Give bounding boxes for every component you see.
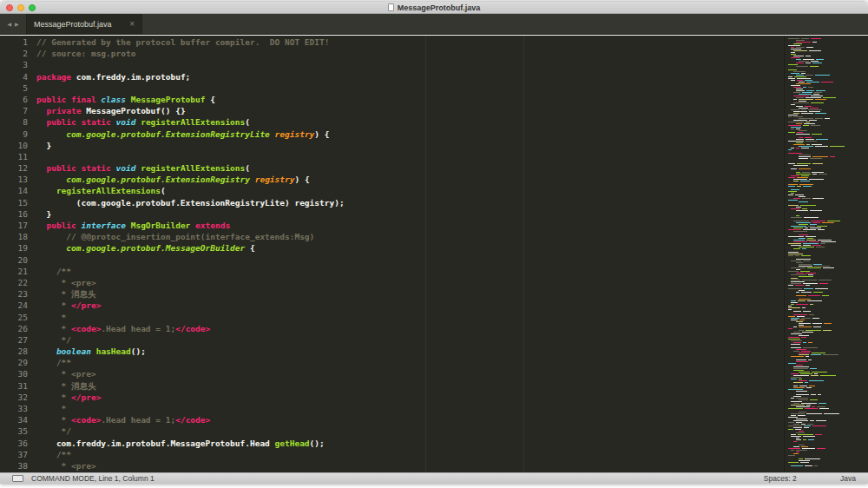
minimap[interactable] [784, 36, 868, 472]
status-mode-text: COMMAND MODE, Line 1, Column 1 [31, 474, 155, 483]
line-number: 12 [0, 162, 36, 174]
status-bar-right: Spaces: 2 Java [722, 474, 856, 483]
code-line[interactable]: 29 /** [0, 357, 783, 368]
code-line[interactable]: 16 } [0, 208, 783, 220]
code-line[interactable]: 7 private MessageProtobuf() {} [0, 105, 783, 116]
code-line[interactable]: 26 * <code>.Head head = 1;</code> [0, 323, 783, 334]
line-number: 27 [0, 334, 36, 346]
status-spaces[interactable]: Spaces: 2 [764, 474, 797, 483]
code-line[interactable]: 32 * </pre> [0, 392, 783, 403]
line-number: 38 [0, 460, 36, 472]
tab-scroll-right-icon[interactable]: ▶ [15, 21, 19, 27]
line-number: 22 [0, 277, 36, 288]
zoom-button[interactable] [29, 4, 36, 11]
line-number: 15 [0, 197, 36, 208]
code-line[interactable]: 21 /** [0, 266, 783, 277]
line-number: 13 [0, 174, 36, 185]
code-line[interactable]: 3 [0, 59, 783, 70]
code-line[interactable]: 5 [0, 82, 783, 94]
app-window: MessageProtobuf.java ◀ ▶ MessageProtobuf… [0, 2, 868, 484]
window-title-text: MessageProtobuf.java [398, 3, 481, 12]
editor: 1// Generated by the protocol buffer com… [0, 36, 868, 472]
code-line[interactable]: 10 } [0, 140, 783, 151]
code-area[interactable]: 1// Generated by the protocol buffer com… [0, 36, 783, 472]
code-line[interactable]: 31 * 消息头 [0, 380, 783, 392]
line-number: 30 [0, 368, 36, 379]
line-number: 6 [0, 94, 36, 105]
code-line[interactable]: 15 (com.google.protobuf.ExtensionRegistr… [0, 197, 783, 208]
code-line[interactable]: 8 public static void registerAllExtensio… [0, 116, 783, 128]
line-number: 23 [0, 288, 36, 300]
status-syntax[interactable]: Java [840, 474, 856, 483]
document-icon [388, 3, 394, 11]
code-line[interactable]: 17 public interface MsgOrBuilder extends [0, 220, 783, 231]
code-line[interactable]: 12 public static void registerAllExtensi… [0, 162, 783, 174]
code-line[interactable]: 23 * 消息头 [0, 288, 783, 300]
tab-label: MessageProtobuf.java [34, 20, 124, 29]
code-line[interactable]: 24 * </pre> [0, 300, 783, 311]
status-bar: COMMAND MODE, Line 1, Column 1 Spaces: 2… [0, 472, 868, 484]
tab-scroll-arrows: ◀ ▶ [0, 14, 26, 34]
code-line[interactable]: 19 com.google.protobuf.MessageOrBuilder … [0, 242, 783, 254]
line-number: 18 [0, 231, 36, 242]
code-line[interactable]: 11 [0, 151, 783, 162]
line-number: 35 [0, 425, 36, 437]
panel-toggle-icon[interactable] [12, 475, 23, 482]
line-number: 25 [0, 312, 36, 323]
code-line[interactable]: 34 * <code>.Head head = 1;</code> [0, 414, 783, 425]
line-number: 2 [0, 48, 36, 59]
line-number: 17 [0, 220, 36, 231]
code-line[interactable]: 25 * [0, 312, 783, 323]
tab-bar: ◀ ▶ MessageProtobuf.java × [0, 14, 868, 35]
code-line[interactable]: 38 * <pre> [0, 460, 783, 472]
window-title: MessageProtobuf.java [388, 3, 481, 12]
line-number: 10 [0, 140, 36, 151]
code-line[interactable]: 14 registerAllExtensions( [0, 185, 783, 196]
code-line[interactable]: 37 /** [0, 449, 783, 460]
code-line[interactable]: 35 */ [0, 425, 783, 437]
code-line[interactable]: 4package com.freddy.im.protobuf; [0, 71, 783, 82]
line-number: 1 [0, 36, 36, 48]
line-number: 28 [0, 346, 36, 357]
line-number: 7 [0, 105, 36, 116]
code-line[interactable]: 1// Generated by the protocol buffer com… [0, 36, 783, 48]
line-number: 21 [0, 266, 36, 277]
line-number: 4 [0, 71, 36, 82]
line-number: 8 [0, 116, 36, 128]
line-number: 33 [0, 403, 36, 414]
line-number: 34 [0, 414, 36, 425]
line-number: 20 [0, 254, 36, 266]
code-line[interactable]: 28 boolean hasHead(); [0, 346, 783, 357]
line-number: 16 [0, 208, 36, 220]
minimize-button[interactable] [17, 4, 24, 11]
code-line[interactable]: 36 com.freddy.im.protobuf.MessageProtobu… [0, 438, 783, 449]
tab-close-icon[interactable]: × [129, 20, 135, 29]
line-number: 26 [0, 323, 36, 334]
line-number: 5 [0, 82, 36, 94]
line-number: 9 [0, 129, 36, 140]
line-number: 11 [0, 151, 36, 162]
code-line[interactable]: 27 */ [0, 334, 783, 346]
close-button[interactable] [6, 4, 13, 11]
minimap-row [788, 467, 868, 469]
code-line[interactable]: 2// source: msg.proto [0, 48, 783, 59]
line-number: 3 [0, 59, 36, 70]
tab-messageprotobuf-java[interactable]: MessageProtobuf.java × [26, 14, 142, 34]
status-bar-left: COMMAND MODE, Line 1, Column 1 [12, 474, 155, 483]
titlebar[interactable]: MessageProtobuf.java [0, 2, 868, 14]
code-line[interactable]: 20 [0, 254, 783, 266]
line-number: 29 [0, 357, 36, 368]
line-number: 37 [0, 449, 36, 460]
code-line[interactable]: 30 * <pre> [0, 368, 783, 379]
tab-scroll-left-icon[interactable]: ◀ [7, 21, 11, 27]
code-line[interactable]: 18 // @@protoc_insertion_point(interface… [0, 231, 783, 242]
code-line[interactable]: 9 com.google.protobuf.ExtensionRegistryL… [0, 129, 783, 140]
line-number: 14 [0, 185, 36, 196]
code-line[interactable]: 13 com.google.protobuf.ExtensionRegistry… [0, 174, 783, 185]
code-line[interactable]: 33 * [0, 403, 783, 414]
line-number: 24 [0, 300, 36, 311]
code-line[interactable]: 22 * <pre> [0, 277, 783, 288]
line-number: 31 [0, 380, 36, 392]
code-line[interactable]: 6public final class MessageProtobuf { [0, 94, 783, 105]
traffic-lights [6, 4, 36, 11]
